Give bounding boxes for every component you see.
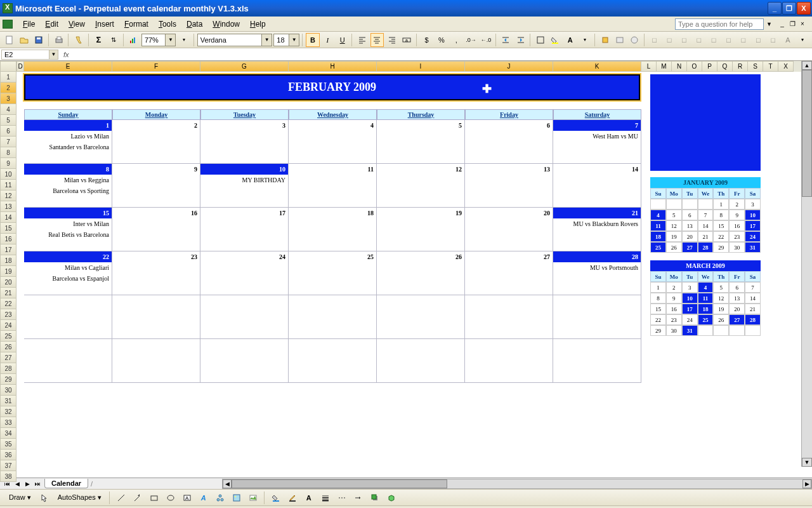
mini-day-cell[interactable]: 6 [682, 210, 698, 220]
mini-day-cell[interactable]: 26 [666, 242, 682, 253]
mini-day-cell[interactable] [745, 325, 761, 336]
tab-next-button[interactable]: ▶ [23, 479, 32, 488]
mini-day-cell[interactable] [729, 325, 745, 336]
format-painter-button[interactable] [72, 33, 85, 47]
mini-day-cell[interactable]: 17 [745, 220, 761, 231]
mini-day-cell[interactable]: 15 [713, 220, 729, 231]
font-color-button[interactable]: A [563, 33, 577, 47]
mini-day-cell[interactable]: 21 [698, 231, 714, 242]
menu-file[interactable]: File [18, 18, 40, 30]
mini-day-cell[interactable]: 21 [745, 304, 761, 314]
menu-tools[interactable]: Tools [154, 18, 181, 30]
mini-day-cell[interactable]: 9 [666, 293, 682, 304]
picture-button[interactable] [246, 491, 260, 505]
mini-day-cell[interactable]: 12 [713, 293, 729, 304]
row-header[interactable]: 8 [0, 147, 16, 158]
mini-day-cell[interactable]: 18 [650, 231, 666, 242]
mini-day-cell[interactable]: 20 [729, 304, 745, 314]
row-header[interactable]: 28 [0, 363, 16, 374]
mini-day-cell[interactable]: 1 [650, 282, 666, 293]
currency-button[interactable]: $ [420, 33, 433, 47]
zoom-combo[interactable]: 77%▼ [141, 34, 176, 46]
mini-day-cell[interactable]: 10 [682, 293, 698, 304]
scroll-h-thumb[interactable] [232, 479, 447, 488]
decrease-decimal-button[interactable]: ←.0 [479, 33, 492, 47]
drawing-toolbar-1[interactable] [598, 33, 612, 47]
mini-day-cell[interactable]: 16 [729, 220, 745, 231]
calendar-day[interactable]: 13 [465, 164, 553, 208]
mini-day-cell[interactable]: 8 [650, 293, 666, 304]
name-box[interactable]: E2▼ [1, 50, 58, 60]
mini-day-cell[interactable]: 29 [650, 325, 666, 336]
linecolor-draw-button[interactable] [285, 491, 299, 505]
arrowstyle-button[interactable] [351, 491, 365, 505]
mini-day-cell[interactable]: 27 [682, 242, 698, 253]
col-header[interactable]: K [553, 61, 641, 72]
col-header[interactable]: X [778, 61, 794, 72]
calendar-day[interactable] [200, 295, 289, 339]
row-header[interactable]: 6 [0, 126, 16, 137]
column-headers[interactable]: DEFGHIJKLMNOPQRSTX [16, 61, 812, 72]
line-button[interactable] [114, 491, 128, 505]
mini-day-cell[interactable] [698, 325, 714, 336]
mini-day-cell[interactable]: 26 [713, 314, 729, 325]
toolbar-options-3-button[interactable]: ▾ [796, 33, 809, 47]
calendar-day[interactable] [553, 339, 641, 383]
row-header[interactable]: 30 [0, 385, 16, 396]
col-header[interactable]: Q [717, 61, 733, 72]
scroll-up-button[interactable]: ▲ [802, 61, 812, 70]
mdi-close-button[interactable]: × [798, 20, 807, 29]
row-header[interactable]: 35 [0, 439, 16, 450]
mini-day-cell[interactable]: 18 [698, 304, 714, 314]
col-header[interactable]: P [702, 61, 717, 72]
row-header[interactable]: 31 [0, 396, 16, 406]
calendar-day[interactable] [289, 339, 377, 383]
horizontal-scrollbar[interactable]: ◀ ▶ [222, 479, 812, 489]
row-header[interactable]: 12 [0, 190, 16, 201]
calendar-day[interactable] [200, 339, 289, 383]
mini-day-cell[interactable] [713, 325, 729, 336]
percent-button[interactable]: % [435, 33, 448, 47]
col-header[interactable]: N [672, 61, 687, 72]
calendar-day[interactable] [289, 295, 377, 339]
dashstyle-button[interactable] [335, 491, 349, 505]
col-header[interactable]: J [465, 61, 553, 72]
align-right-button[interactable] [385, 33, 398, 47]
col-header[interactable]: F [112, 61, 200, 72]
clipart-button[interactable] [230, 491, 244, 505]
row-header[interactable]: 21 [0, 288, 16, 298]
calendar-day[interactable]: 6 [465, 120, 553, 164]
row-header[interactable]: 23 [0, 309, 16, 320]
mini-day-cell[interactable]: 5 [713, 282, 729, 293]
align-left-button[interactable] [355, 33, 369, 47]
calendar-day[interactable]: 18 [289, 208, 377, 251]
row-headers[interactable]: 1234567891011121314151617181920212223242… [0, 61, 16, 478]
close-button[interactable]: X [797, 2, 811, 15]
col-header[interactable]: M [657, 61, 672, 72]
col-header[interactable]: R [733, 61, 748, 72]
row-header[interactable]: 32 [0, 406, 16, 417]
sheet-tab-calendar[interactable]: Calendar [44, 479, 88, 488]
vertical-scrollbar[interactable]: ▲ ▼ [801, 61, 812, 467]
mini-day-cell[interactable]: 1 [713, 199, 729, 210]
calendar-day[interactable] [24, 295, 112, 339]
mini-day-cell[interactable]: 3 [745, 199, 761, 210]
fontcolor-draw-button[interactable]: A [302, 491, 316, 505]
calendar-day[interactable] [24, 339, 112, 383]
linestyle-button[interactable] [318, 491, 332, 505]
row-header[interactable]: 7 [0, 137, 16, 147]
calendar-day[interactable] [112, 295, 200, 339]
calendar-day[interactable]: 4 [289, 120, 377, 164]
draw-menu[interactable]: Draw ▾ [5, 492, 35, 503]
mdi-restore-button[interactable]: ❐ [788, 20, 797, 29]
scroll-right-button[interactable]: ▶ [802, 479, 811, 488]
menu-view[interactable]: View [63, 18, 90, 30]
col-header[interactable]: H [289, 61, 377, 72]
row-header[interactable]: 9 [0, 158, 16, 169]
mini-day-cell[interactable]: 4 [650, 210, 666, 220]
mini-day-cell[interactable]: 31 [682, 325, 698, 336]
calendar-day[interactable]: 15Inter vs MilanReal Betis vs Barcelona [24, 208, 112, 251]
row-header[interactable]: 24 [0, 320, 16, 331]
comma-button[interactable]: , [450, 33, 463, 47]
menu-window[interactable]: Window [207, 18, 245, 30]
